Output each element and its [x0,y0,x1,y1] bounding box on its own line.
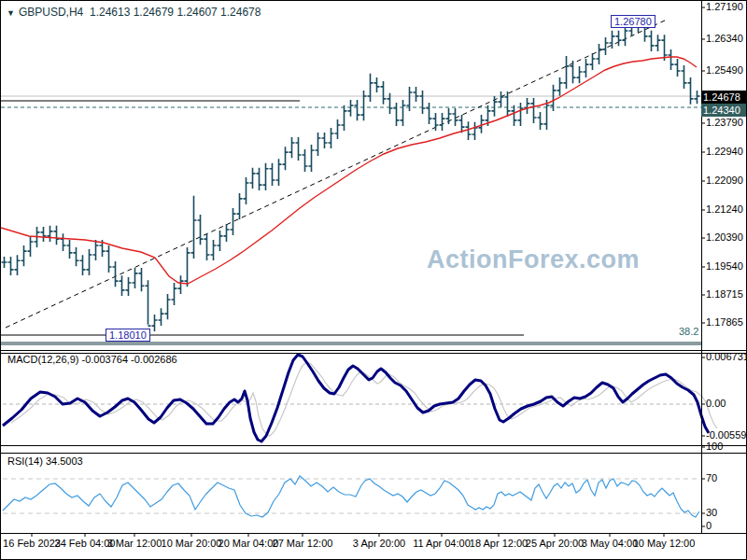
price-bar [231,208,236,235]
price-bar [67,240,73,259]
macd-signal-line [11,362,717,436]
price-axis-label: 1.27190 [706,1,743,12]
price-bar [263,163,269,190]
rsi-line [3,476,699,517]
price-bar [525,98,530,114]
price-axis-label: 1.17865 [706,316,743,328]
price-bar [472,122,478,140]
price-bar [505,91,511,117]
price-bar [276,159,282,186]
price-bar [178,275,184,294]
time-axis-label: 27 Mar 12:00 [263,538,342,549]
price-bar [401,100,406,126]
price-bar [211,240,217,260]
price-bar [303,149,308,172]
price-bar [309,145,315,172]
price-bar [270,163,275,186]
price-bar [564,56,570,89]
price-bar [224,224,230,242]
panel-divider-main-macd[interactable] [1,350,746,351]
price-bar [48,226,53,242]
price-bar [688,77,694,105]
price-bar [420,91,426,114]
price-bar [355,100,360,120]
price-bars [2,20,700,331]
price-bar [649,31,655,51]
price-bar [120,275,125,296]
chevron-down-icon[interactable]: ▼ [7,8,15,18]
panel-divider-macd-rsi[interactable] [1,445,746,446]
price-bar [289,137,295,158]
price-bar [80,255,86,275]
price-bar [518,103,524,126]
rsi-axis-label: 30 [706,507,717,518]
price-bar [28,236,34,257]
price-bar [584,59,589,77]
rsi-axis-label: 70 [706,472,717,483]
price-bar [218,231,223,251]
price-bar [499,91,504,107]
price-bar [257,168,262,190]
price-bar [146,280,151,326]
actionforex-watermark: ActionForex.com [412,245,655,274]
price-bar [191,196,197,259]
price-axis-label: 1.20390 [706,231,743,243]
current-price-badge: 1.24678 [701,91,747,104]
price-axis-label: 1.21240 [706,203,743,215]
price-bar [316,133,321,156]
panel-divider-main-macd-lower [1,353,746,354]
price-bar [538,112,543,130]
price-bar [106,245,112,273]
price-bar [126,277,132,296]
price-bar [459,115,465,133]
price-bar [152,315,158,331]
price-bar [440,113,445,131]
price-bar [623,25,628,46]
price-bar [250,168,256,189]
swing-low-label-box[interactable]: 1.18010 [106,329,150,342]
rsi-indicator-label: RSI(14) 34.5003 [7,455,83,467]
time-axis-border [1,533,746,534]
price-bar [335,119,341,139]
swing-high-label-box[interactable]: 1.26780 [611,15,655,28]
price-bar [322,133,328,148]
price-bar [54,226,60,245]
price-axis-label: 1.25490 [706,64,743,76]
price-bar [675,59,681,77]
rsi-axis-label: 0 [706,520,712,531]
price-bar [15,255,21,275]
price-bar [577,66,583,83]
price-bar [283,147,289,170]
rsi-axis-label: 100 [706,441,723,452]
price-bar [329,128,334,148]
price-bar [172,283,177,305]
price-axis-label: 1.22940 [706,146,743,157]
price-bar [74,247,79,266]
chart-canvas[interactable] [1,1,746,559]
price-bar [87,249,92,275]
price-bar [237,193,243,219]
fib-382-label: 38.2 [679,326,698,337]
price-bar [139,268,145,291]
symbol-header[interactable]: ▼GBPUSD,H4 1.24613 1.24679 1.24607 1.246… [7,6,261,19]
price-bar [414,87,419,102]
price-bar [198,215,204,245]
price-bar [655,35,661,51]
panel-divider-macd-rsi-lower [1,453,746,454]
price-bar [41,227,47,242]
price-bar [348,100,354,117]
price-bar [427,103,432,124]
price-bar [61,233,66,251]
macd-axis-label: -0.005595 [706,429,747,441]
price-bar [113,261,119,287]
ohlc-quote: 1.24613 1.24679 1.24607 1.24678 [90,6,261,19]
price-axis-label: 1.22090 [706,175,743,186]
price-axis-label: 1.26340 [706,33,743,44]
price-bar [368,74,374,102]
macd-main-line [3,355,709,441]
price-bar [590,53,596,70]
time-axis-label: 10 May 12:00 [625,538,703,549]
price-bar [597,44,602,64]
price-bar [296,137,302,161]
macd-indicator-label: MACD(12,26,9) -0.003764 -0.002686 [7,354,177,365]
